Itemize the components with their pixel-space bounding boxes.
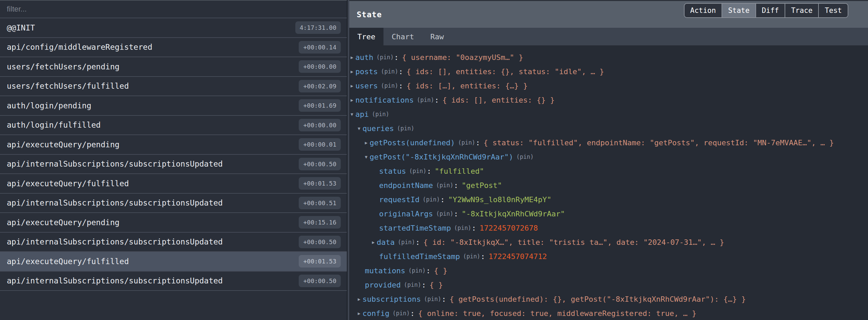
tree-node-value: { id: "-8xItkjkqX…", title: "tristis ta…… [423, 238, 724, 247]
pin-button[interactable]: (pin) [454, 225, 471, 231]
key-value-colon: : [421, 281, 426, 289]
tree-node-key[interactable]: notifications [355, 96, 414, 104]
action-list-item[interactable]: api/internalSubscriptions/subscriptionsU… [0, 194, 347, 213]
pin-button[interactable]: (pin) [409, 168, 426, 174]
tree-node-value: { online: true, focused: true, middlewar… [418, 309, 696, 318]
key-value-colon: : [476, 138, 480, 147]
tree-node-value: { status: "fulfilled", endpointName: "ge… [484, 138, 834, 147]
action-list-item[interactable]: api/internalSubscriptions/subscriptionsU… [0, 155, 347, 174]
subtab-tree[interactable]: Tree [349, 28, 383, 45]
tree-node-auth: ▶ auth (pin) : { username: "0oazymyUSm…"… [349, 50, 868, 64]
action-timestamp-badge: +00:00.01 [299, 138, 341, 151]
tree-node-endpointName: endpointName (pin) : "getPost" [349, 178, 868, 192]
expand-arrow-icon[interactable]: ▶ [358, 311, 362, 316]
tree-node-key[interactable]: subscriptions [362, 295, 421, 303]
pin-button[interactable]: (pin) [404, 281, 421, 288]
page-title: State [349, 10, 382, 19]
pin-button[interactable]: (pin) [424, 296, 441, 302]
tree-node-config: ▶ config (pin) : { online: true, focused… [349, 306, 868, 320]
expand-arrow-icon[interactable]: ▶ [372, 240, 377, 244]
action-timestamp-badge: +00:02.09 [299, 80, 341, 92]
action-name: users/fetchUsers/pending [7, 62, 119, 71]
inspector-panel: State Action State Diff Trace Test Tree … [349, 0, 868, 320]
pin-button[interactable]: (pin) [397, 125, 414, 132]
pin-button[interactable]: (pin) [381, 68, 398, 75]
subtab-chart[interactable]: Chart [383, 28, 422, 45]
tree-node-key[interactable]: users [355, 82, 378, 90]
pin-button[interactable]: (pin) [422, 196, 440, 203]
action-timestamp-badge: +00:01.69 [299, 99, 341, 112]
action-list-item[interactable]: users/fetchUsers/fulfilled +00:02.09 [0, 77, 347, 97]
tree-node-value: 1722457072678 [479, 224, 538, 232]
tree-node-key[interactable]: api [355, 110, 369, 119]
tab-diff[interactable]: Diff [755, 4, 785, 17]
action-list-item[interactable]: api/internalSubscriptions/subscriptionsU… [0, 233, 347, 252]
tab-state[interactable]: State [722, 4, 755, 17]
tree-node-value: "Y2WwN9s_lo8l0nRyME4pY" [448, 195, 552, 204]
action-list-item[interactable]: @@INIT 4:17:31.00 [0, 18, 347, 38]
action-list-item[interactable]: api/executeQuery/fulfilled +00:01.53 [0, 174, 347, 194]
action-list-item[interactable]: api/config/middlewareRegistered +00:00.1… [0, 38, 347, 58]
tree-node-key[interactable]: requestId [379, 195, 419, 204]
tree-node-key[interactable]: fulfilledTimeStamp [379, 252, 460, 261]
tree-node-key[interactable]: provided [365, 281, 401, 289]
pin-button[interactable]: (pin) [458, 139, 475, 146]
tree-node-key[interactable]: queries [362, 124, 394, 133]
tree-node-key[interactable]: config [362, 309, 389, 318]
key-value-colon: : [481, 252, 485, 261]
subtab-raw[interactable]: Raw [422, 28, 452, 45]
expand-arrow-icon[interactable]: ▶ [351, 55, 355, 60]
tree-node-key[interactable]: getPost("-8xItkjkqXnRhCWd9rAar") [370, 153, 513, 161]
action-list-item[interactable]: api/executeQuery/pending +00:00.01 [0, 135, 347, 155]
tree-node-key[interactable]: status [379, 167, 406, 175]
pin-button[interactable]: (pin) [417, 97, 434, 103]
tree-node-users: ▶ users (pin) : { ids: […], entities: {…… [349, 79, 868, 93]
expand-arrow-icon[interactable]: ▶ [351, 69, 355, 74]
expand-arrow-icon[interactable]: ▼ [358, 126, 362, 131]
tab-trace[interactable]: Trace [785, 4, 818, 17]
pin-button[interactable]: (pin) [408, 267, 426, 274]
expand-arrow-icon[interactable]: ▶ [351, 98, 355, 102]
tree-node-key[interactable]: mutations [365, 266, 405, 275]
tree-node-notifications: ▶ notifications (pin) : { ids: [], entit… [349, 93, 868, 107]
action-list-item[interactable]: auth/login/fulfilled +00:00.00 [0, 116, 347, 135]
tree-node-queries: ▼ queries (pin) : [349, 121, 868, 135]
tree-node-key[interactable]: startedTimeStamp [379, 224, 451, 232]
pin-button[interactable]: (pin) [436, 182, 453, 189]
expand-arrow-icon[interactable]: ▼ [351, 112, 355, 116]
pin-button[interactable]: (pin) [398, 239, 415, 246]
pin-button[interactable]: (pin) [372, 111, 389, 118]
expand-arrow-icon[interactable]: ▶ [365, 141, 370, 145]
tree-node-key[interactable]: endpointName [379, 181, 433, 190]
pin-button[interactable]: (pin) [392, 310, 410, 317]
expand-arrow-icon[interactable]: ▼ [365, 155, 370, 159]
action-name: api/executeQuery/pending [7, 218, 119, 227]
filter-input[interactable] [0, 1, 347, 18]
tree-node-value: { ids: [], entities: {} } [442, 96, 555, 104]
pin-button[interactable]: (pin) [376, 54, 394, 61]
action-list-item[interactable]: users/fetchUsers/pending +00:00.00 [0, 57, 347, 77]
tab-test[interactable]: Test [818, 4, 848, 17]
tree-node-key[interactable]: auth [355, 53, 373, 62]
tree-node-value: { getPosts(undefined): {}, getPost("-8xI… [450, 295, 746, 303]
tree-node-value: 1722457074712 [489, 252, 547, 261]
expand-arrow-icon[interactable]: ▶ [351, 84, 355, 88]
pin-button[interactable]: (pin) [436, 210, 453, 217]
tree-node-posts: ▶ posts (pin) : { ids: [], entities: {},… [349, 64, 868, 79]
expand-arrow-icon[interactable]: ▶ [358, 297, 362, 301]
pin-button[interactable]: (pin) [516, 153, 534, 160]
action-name: api/executeQuery/pending [7, 140, 119, 149]
key-value-colon: : [454, 181, 458, 190]
pin-button[interactable]: (pin) [463, 253, 480, 260]
tree-node-key[interactable]: originalArgs [379, 210, 433, 218]
action-list-item[interactable]: api/executeQuery/fulfilled +00:01.53 [0, 252, 347, 272]
action-list-item[interactable]: api/internalSubscriptions/subscriptionsU… [0, 272, 347, 291]
tree-node-key[interactable]: data [377, 238, 395, 247]
tree-node-key[interactable]: posts [355, 67, 378, 76]
action-list-item[interactable]: auth/login/pending +00:01.69 [0, 96, 347, 116]
pin-button[interactable]: (pin) [381, 82, 398, 89]
tree-node-key[interactable]: getPosts(undefined) [370, 138, 455, 147]
tab-action[interactable]: Action [685, 4, 722, 17]
action-timestamp-badge: +00:01.53 [299, 177, 341, 190]
action-list-item[interactable]: api/executeQuery/pending +00:15.16 [0, 213, 347, 233]
